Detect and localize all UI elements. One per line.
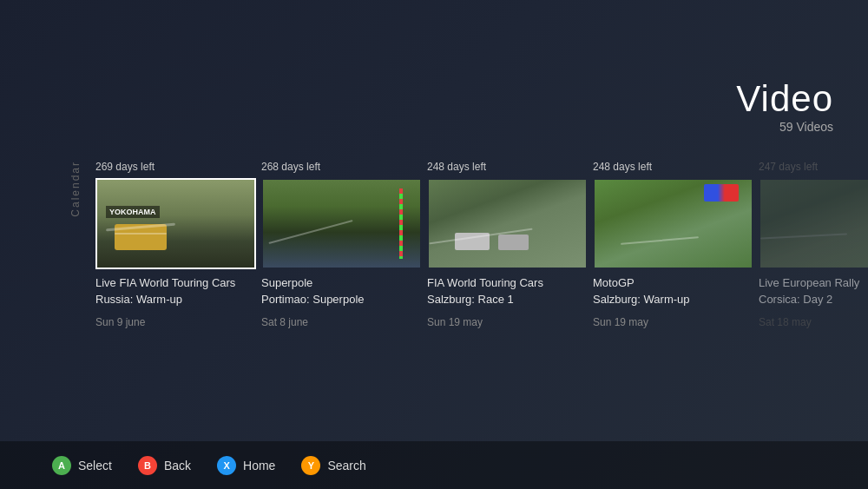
sidebar-calendar: Calendar — [69, 161, 95, 261]
button-y: Y — [301, 456, 320, 475]
content-area: Calendar 269 days left FIA WORLD TOURING… — [0, 161, 868, 437]
days-left-5: 247 days left — [759, 161, 868, 173]
card-date-4: Sun 19 may — [593, 316, 753, 328]
back-label: Back — [164, 459, 191, 472]
card-info-1: Live FIA World Touring Cars Russia: Warm… — [95, 269, 256, 328]
video-card-5[interactable]: 247 days left RALLY Live European Rally … — [759, 161, 868, 328]
video-cards-container: 269 days left FIA WORLD TOURING CAR CH..… — [95, 161, 868, 328]
card-title-3: FIA World Touring Cars — [427, 276, 588, 291]
category-bar-1: FIA WORLD TOURING CAR CH... — [97, 268, 254, 269]
thumb-image-2 — [263, 180, 420, 268]
thumb-image-3 — [429, 180, 586, 268]
thumbnail-3[interactable]: FIA WORLD TOURING CAR CH... — [427, 178, 588, 269]
card-info-3: FIA World Touring Cars Salzburg: Race 1 … — [427, 269, 588, 328]
control-search[interactable]: Y Search — [301, 456, 365, 475]
card-date-2: Sat 8 june — [261, 316, 422, 328]
select-label: Select — [78, 459, 112, 472]
card-date-5: Sat 18 may — [759, 316, 868, 328]
button-b: B — [138, 456, 157, 475]
home-label: Home — [243, 459, 275, 472]
days-left-2: 268 days left — [261, 161, 422, 173]
thumbnail-5[interactable]: RALLY — [759, 178, 868, 269]
card-info-5: Live European Rally Corsica: Day 2 Sat 1… — [759, 269, 868, 328]
video-card-3[interactable]: 248 days left FIA WORLD TOURING CAR CH..… — [427, 161, 588, 328]
title-area: Video 59 Videos — [736, 78, 833, 134]
thumbnail-2[interactable]: SUPERBIKE — [261, 178, 422, 269]
controls-bar: A Select B Back X Home Y Search — [0, 441, 868, 489]
button-x: X — [217, 456, 236, 475]
search-label: Search — [327, 459, 365, 472]
category-bar-3: FIA WORLD TOURING CAR CH... — [429, 268, 586, 269]
card-subtitle-2: Portimao: Superpole — [261, 293, 422, 307]
control-select[interactable]: A Select — [52, 456, 112, 475]
thumbnail-1[interactable]: FIA WORLD TOURING CAR CH... — [95, 178, 256, 269]
video-card-1[interactable]: 269 days left FIA WORLD TOURING CAR CH..… — [95, 161, 256, 328]
card-subtitle-4: Salzburg: Warm-up — [593, 293, 753, 307]
category-bar-2: SUPERBIKE — [263, 268, 420, 269]
card-subtitle-3: Salzburg: Race 1 — [427, 293, 588, 307]
thumb-image-1 — [97, 180, 254, 268]
card-date-3: Sun 19 may — [427, 316, 588, 328]
category-bar-4: FIA WORLD TOURING CAR CH... — [595, 268, 752, 269]
thumbnail-4[interactable]: FIA WORLD TOURING CAR CH... — [593, 178, 753, 269]
page-title: Video — [736, 78, 833, 120]
days-left-1: 269 days left — [95, 161, 256, 173]
card-date-1: Sun 9 june — [95, 316, 256, 328]
thumb-image-4 — [595, 180, 752, 268]
control-back[interactable]: B Back — [138, 456, 191, 475]
category-bar-5: RALLY — [760, 268, 868, 269]
days-left-3: 248 days left — [427, 161, 588, 173]
page-subtitle: 59 Videos — [736, 120, 833, 134]
button-a: A — [52, 456, 71, 475]
thumb-image-5 — [760, 180, 868, 268]
video-card-2[interactable]: 268 days left SUPERBIKE Superpole Portim… — [261, 161, 422, 328]
card-title-2: Superpole — [261, 276, 422, 291]
card-title-1: Live FIA World Touring Cars — [95, 276, 256, 291]
card-title-4: MotoGP — [593, 276, 753, 291]
days-left-4: 248 days left — [593, 161, 753, 173]
video-card-4[interactable]: 248 days left FIA WORLD TOURING CAR CH..… — [593, 161, 753, 328]
card-info-4: MotoGP Salzburg: Warm-up Sun 19 may — [593, 269, 753, 328]
card-subtitle-1: Russia: Warm-up — [95, 293, 256, 307]
card-info-2: Superpole Portimao: Superpole Sat 8 june — [261, 269, 422, 328]
card-title-5: Live European Rally — [759, 276, 868, 291]
control-home[interactable]: X Home — [217, 456, 275, 475]
card-subtitle-5: Corsica: Day 2 — [759, 293, 868, 307]
